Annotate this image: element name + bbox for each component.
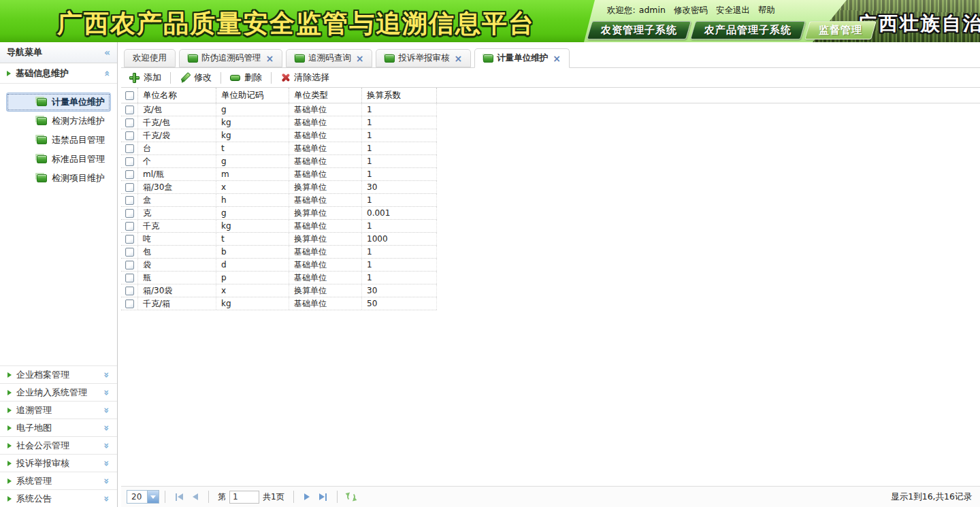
sidebar-title: 导航菜单 — [7, 46, 42, 59]
sidebar-section-7[interactable]: 系统公告 — [0, 489, 117, 507]
row-checkbox[interactable] — [125, 222, 134, 231]
table-row[interactable]: 袋d基础单位1 — [121, 259, 437, 272]
sidebar-item-1[interactable]: 检测方法维护 — [6, 112, 111, 131]
table-row[interactable]: 台t基础单位1 — [121, 142, 437, 155]
row-checkbox[interactable] — [125, 157, 134, 166]
sidebar-section-5[interactable]: 投诉举报审核 — [0, 454, 117, 472]
close-icon[interactable]: × — [356, 54, 364, 63]
cell-conversion-factor: 30 — [362, 181, 437, 193]
row-checkbox[interactable] — [125, 118, 134, 127]
row-checkbox[interactable] — [125, 287, 134, 295]
tab-1[interactable]: 防伪追溯码管理× — [179, 49, 282, 67]
table-row[interactable]: 个g基础单位1 — [121, 155, 437, 168]
row-checkbox[interactable] — [125, 105, 134, 114]
logout-link[interactable]: 安全退出 — [716, 5, 750, 16]
last-page-button[interactable] — [314, 493, 331, 501]
cell-conversion-factor: 1 — [362, 168, 437, 180]
folder-icon — [37, 174, 47, 182]
tab-0[interactable]: 欢迎使用 — [124, 49, 176, 67]
help-link[interactable]: 帮助 — [758, 5, 775, 16]
sidebar-section-2[interactable]: 追溯管理 — [0, 401, 117, 419]
page-number-input[interactable] — [229, 491, 259, 504]
close-icon[interactable]: × — [454, 54, 462, 63]
cell-unit-code: kg — [216, 297, 289, 310]
table-row[interactable]: 吨t换算单位1000 — [121, 233, 437, 246]
add-button-label: 添加 — [144, 71, 161, 84]
sidebar-section-3[interactable]: 电子地图 — [0, 419, 117, 436]
chevron-up-icon — [102, 70, 112, 76]
sidebar-menu-list: 计量单位维护检测方法维护违禁品目管理标准品目管理检测项目维护 — [0, 84, 117, 188]
table-row[interactable]: 克/包g基础单位1 — [121, 103, 437, 116]
table-row[interactable]: 克g换算单位0.001 — [121, 207, 437, 220]
table-row[interactable]: 箱/30盒x换算单位30 — [121, 181, 437, 194]
edit-button[interactable]: 修改 — [174, 71, 217, 84]
cell-conversion-factor: 1 — [362, 194, 437, 206]
delete-button[interactable]: 删除 — [225, 71, 267, 84]
collapse-sidebar-icon[interactable] — [104, 48, 110, 57]
pagination-bar: 20 第 共1页 — [121, 486, 980, 507]
previous-page-button[interactable] — [188, 493, 203, 500]
table-row[interactable]: 千克kg基础单位1 — [121, 220, 437, 233]
toolbar-separator — [170, 72, 171, 84]
table-row[interactable]: 千克/包kg基础单位1 — [121, 116, 437, 129]
close-icon[interactable]: × — [553, 54, 561, 63]
table-row[interactable]: 盒h基础单位1 — [121, 194, 437, 207]
row-checkbox[interactable] — [125, 261, 134, 269]
table-row[interactable]: 千克/箱kg基础单位50 — [121, 297, 437, 310]
next-page-button[interactable] — [299, 493, 314, 500]
first-page-button[interactable] — [171, 493, 188, 501]
sidebar-item-3[interactable]: 标准品目管理 — [6, 150, 111, 169]
row-checkbox-cell — [121, 142, 138, 154]
sidebar-item-2[interactable]: 违禁品目管理 — [6, 131, 111, 150]
sidebar-section-1[interactable]: 企业纳入系统管理 — [0, 383, 117, 401]
sidebar-section-4[interactable]: 社会公示管理 — [0, 436, 117, 454]
sidebar-section-6[interactable]: 系统管理 — [0, 472, 117, 489]
row-checkbox[interactable] — [125, 183, 134, 192]
table-row[interactable]: 箱/30袋x换算单位30 — [121, 284, 437, 297]
add-button[interactable]: 添加 — [124, 71, 167, 84]
row-checkbox[interactable] — [125, 144, 134, 153]
tab-2[interactable]: 追溯码查询× — [286, 49, 372, 67]
cell-unit-type: 基础单位 — [289, 168, 362, 180]
row-checkbox[interactable] — [125, 274, 134, 282]
row-checkbox-cell — [121, 297, 138, 310]
page-size-select[interactable]: 20 — [127, 490, 159, 504]
page-label-prefix: 第 — [218, 491, 226, 503]
row-checkbox[interactable] — [125, 248, 134, 257]
chevron-down-icon — [101, 407, 111, 413]
row-checkbox[interactable] — [125, 170, 134, 179]
cell-conversion-factor: 1 — [362, 116, 437, 129]
sidebar-section-label: 系统公告 — [16, 493, 52, 505]
row-checkbox[interactable] — [125, 131, 134, 140]
table-row[interactable]: 瓶p基础单位1 — [121, 272, 437, 284]
column-header-unit-type: 单位类型 — [289, 88, 362, 103]
sidebar-section-0[interactable]: 企业档案管理 — [0, 365, 117, 383]
folder-icon — [37, 98, 47, 106]
cell-unit-type: 基础单位 — [289, 142, 362, 154]
row-checkbox-cell — [121, 207, 138, 219]
clear-selection-button[interactable]: 清除选择 — [275, 71, 335, 84]
supervision-subsystem-button[interactable]: 监督管理 — [804, 21, 877, 39]
tab-label: 计量单位维护 — [497, 52, 548, 64]
row-checkbox[interactable] — [125, 196, 134, 205]
close-icon[interactable]: × — [266, 54, 274, 63]
cell-unit-name: 吨 — [138, 233, 216, 245]
sidebar-item-4[interactable]: 检测项目维护 — [6, 169, 111, 188]
row-checkbox[interactable] — [125, 209, 134, 218]
change-password-link[interactable]: 修改密码 — [674, 5, 708, 16]
select-all-checkbox[interactable] — [125, 91, 134, 100]
chevron-down-icon — [147, 491, 159, 503]
tab-3[interactable]: 投诉举报审核× — [376, 49, 471, 67]
tab-4[interactable]: 计量单位维护× — [474, 48, 570, 68]
sidebar-group-basic-info[interactable]: 基础信息维护 — [0, 63, 117, 84]
agri-materials-subsystem-button[interactable]: 农资管理子系统 — [587, 21, 691, 39]
sidebar-item-0[interactable]: 计量单位维护 — [6, 93, 111, 112]
table-row[interactable]: 千克/袋kg基础单位1 — [121, 129, 437, 142]
refresh-icon[interactable] — [346, 491, 357, 502]
agri-products-subsystem-button[interactable]: 农产品管理子系统 — [690, 21, 806, 39]
first-page-icon — [178, 493, 183, 500]
table-row[interactable]: ml/瓶m基础单位1 — [121, 168, 437, 181]
row-checkbox[interactable] — [125, 299, 134, 308]
row-checkbox[interactable] — [125, 235, 134, 244]
table-row[interactable]: 包b基础单位1 — [121, 246, 437, 259]
